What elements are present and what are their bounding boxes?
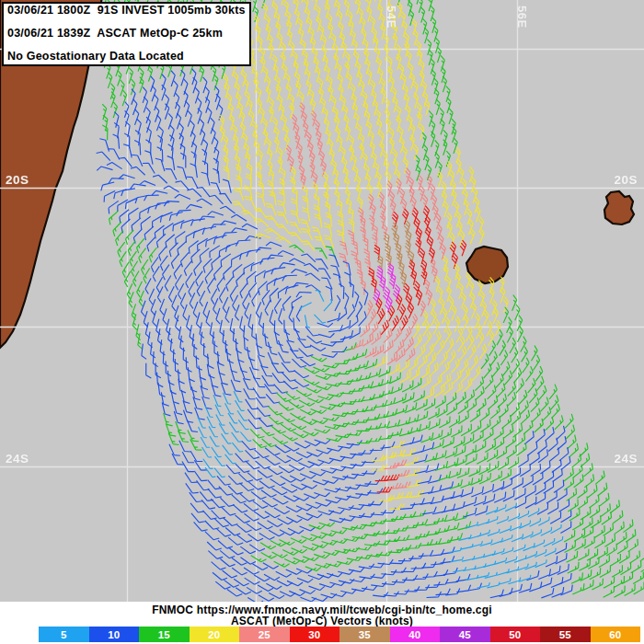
footer: FNMOC https://www.fnmoc.navy.mil/tcweb/c… [0,602,644,644]
plot-caption-text: ASCAT (MetOp-C) Vectors (knots) [0,615,644,627]
storm-info-line3: No Geostationary Data Located [7,50,184,63]
wind-speed-colorbar: 51015202530354045505560 [39,627,640,642]
colorbar-bin-15: 15 [139,627,190,642]
lon-label-54e: 54E [385,6,398,29]
colorbar-bin-50: 50 [490,627,541,642]
lat-label-20s-left: 20S [6,173,29,187]
colorbar-bin-20: 20 [190,627,240,642]
lon-label-56e: 56E [515,6,529,29]
colorbar-bin-60: 60 [591,627,641,642]
colorbar-bin-45: 45 [440,627,490,642]
storm-info-line2: 03/06/21 1839Z ASCAT MetOp-C 25km [7,27,223,40]
storm-info-line1: 03/06/21 1800Z 91S INVEST 1005mb 30kts [7,4,246,17]
colorbar-bin-5: 5 [39,627,89,642]
lat-label-24s-right: 24S [614,452,638,466]
lat-label-24s-left: 24S [6,452,29,466]
wind-field-canvas [0,0,644,602]
ascat-wind-plot: 20S 20S 24S 24S 54E 56E 03/06/21 1800Z 9… [0,0,644,644]
colorbar-bin-25: 25 [239,627,290,642]
colorbar-bin-35: 35 [339,627,390,642]
colorbar-bin-30: 30 [290,627,340,642]
colorbar-bin-55: 55 [540,627,591,642]
colorbar-bin-40: 40 [390,627,441,642]
map-area: 20S 20S 24S 24S 54E 56E 03/06/21 1800Z 9… [0,0,644,602]
colorbar-bin-10: 10 [89,627,140,642]
lat-label-20s-right: 20S [614,173,638,187]
storm-info-box: 03/06/21 1800Z 91S INVEST 1005mb 30kts 0… [2,2,251,66]
